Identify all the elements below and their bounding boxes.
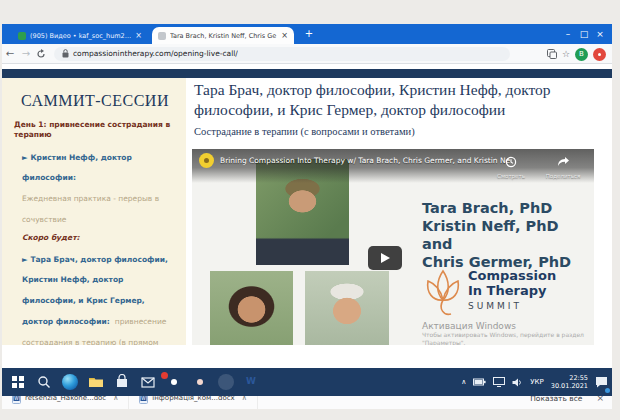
svg-text:W: W <box>14 396 19 401</box>
action-center-icon[interactable] <box>595 373 608 392</box>
toolbar-right: ☆ B <box>547 44 606 64</box>
mail-icon[interactable] <box>140 374 156 390</box>
watermark-line: "Параметры". <box>422 339 584 345</box>
logo-line: Compassion <box>468 269 556 284</box>
share-button[interactable]: Поделиться <box>538 153 588 179</box>
chrome-icon[interactable] <box>218 374 234 390</box>
bookmark-star-icon[interactable]: ☆ <box>562 49 570 59</box>
address-bar[interactable]: compassionintherapy.com/opening-live-cal… <box>54 47 510 61</box>
maximize-button[interactable]: □ <box>576 24 592 44</box>
notification-glyph <box>595 376 608 388</box>
svg-text:W: W <box>142 396 147 401</box>
session-speaker[interactable]: ► Тара Брач, доктор философии, Кристин Н… <box>22 255 168 326</box>
desktop-screen: (905) Видео • kaf_soc_hum2136 × Tara Bra… <box>0 0 620 420</box>
edge-icon[interactable] <box>62 374 78 390</box>
microsoft-store-icon[interactable] <box>114 374 130 390</box>
reload-icon[interactable] <box>36 49 46 59</box>
window-controls: – □ × <box>560 24 608 44</box>
page-title: Тара Брач, доктор философии, Кристин Неф… <box>194 80 598 120</box>
chris-germer-photo <box>305 271 389 345</box>
watermark-line: Чтобы активировать Windows, перейдите в … <box>422 331 584 339</box>
hidden-icons-chevron[interactable]: ∧ <box>461 378 466 386</box>
sidebar-title: САММИТ-СЕССИИ <box>14 92 176 110</box>
session-topic: Ежедневная практика - перерыв в сочувств… <box>22 194 159 224</box>
compassion-in-therapy-logo: Compassion In Therapy SUMMIT <box>468 269 556 311</box>
speaker-name: Tara Brach, PhD <box>422 199 594 217</box>
browser-window: (905) Видео • kaf_soc_hum2136 × Tara Bra… <box>2 24 612 368</box>
tab-title: (905) Видео • kaf_soc_hum2136 <box>30 32 131 40</box>
notification-badge <box>605 388 610 393</box>
summit-sessions-sidebar: САММИТ-СЕССИИ День 1: привнесение состра… <box>2 78 186 345</box>
sidebar-session-link[interactable]: ► Кристин Нефф, доктор философии: Ежедне… <box>22 145 176 228</box>
battery-icon[interactable] <box>473 378 486 386</box>
tray-date: 30.01.2021 <box>551 382 588 390</box>
browser-toolbar: ← → compassionintherapy.com/opening-live… <box>2 44 612 64</box>
speaker-icon[interactable] <box>512 378 523 387</box>
share-label: Поделиться <box>538 173 588 179</box>
tray-time: 22:55 <box>569 374 588 382</box>
youtube-player[interactable]: Tara Brach, PhD Kristin Neff, PhD and Ch… <box>192 149 594 345</box>
main-content: Тара Брач, доктор философии, Кристин Неф… <box>186 78 604 345</box>
sidebar-session-link[interactable]: ► Тара Брач, доктор философии, Кристин Н… <box>22 247 176 345</box>
watch-later-button[interactable]: Смотреть <box>486 153 536 179</box>
page-content: САММИТ-СЕССИИ День 1: привнесение состра… <box>2 78 604 345</box>
browser-menu-alert-icon[interactable] <box>593 48 606 61</box>
windows-taskbar: ∧ УКР 22:55 30.01.2021 <box>2 368 612 396</box>
speaker-name: Kristin Neff, PhD and <box>422 217 594 253</box>
share-arrow-icon <box>556 156 570 168</box>
kristin-neff-photo <box>210 271 293 345</box>
minimize-button[interactable]: – <box>560 24 576 44</box>
channel-avatar[interactable] <box>199 153 214 168</box>
video-top-bar: Brining Compassion Into Therapy w/ Tara … <box>192 149 594 183</box>
tab-favicon <box>18 32 26 40</box>
sidebar-day1-header[interactable]: День 1: привнесение сострадания в терапи… <box>14 120 176 140</box>
site-header-bar <box>2 69 612 78</box>
windows-activation-watermark: Активация Windows Чтобы активировать Win… <box>422 321 584 345</box>
play-button[interactable] <box>368 246 402 270</box>
display-icon[interactable] <box>493 377 505 387</box>
watermark-title: Активация Windows <box>422 321 584 331</box>
search-icon[interactable] <box>36 374 52 390</box>
forward-icon[interactable]: → <box>18 48 34 59</box>
watch-later-label: Смотреть <box>486 173 536 179</box>
back-icon[interactable]: ← <box>2 48 18 59</box>
session-speaker[interactable]: ► Кристин Нефф, доктор философии: <box>22 153 132 183</box>
new-tab-button[interactable]: + <box>302 27 316 41</box>
logo-line: In Therapy <box>468 284 556 299</box>
tab-video-mail[interactable]: (905) Видео • kaf_soc_hum2136 × <box>12 27 148 44</box>
system-tray: ∧ УКР 22:55 30.01.2021 <box>461 368 612 396</box>
profile-avatar[interactable]: B <box>575 48 588 61</box>
taskbar-clock[interactable]: 22:55 30.01.2021 <box>551 374 588 391</box>
browser-titlebar: (905) Видео • kaf_soc_hum2136 × Tara Bra… <box>2 24 612 44</box>
file-explorer-icon[interactable] <box>88 374 104 390</box>
video-title[interactable]: Brining Compassion Into Therapy w/ Tara … <box>220 156 510 165</box>
page-subtitle: Сострадание в терапии (с вопросами и отв… <box>194 126 415 137</box>
logo-line: SUMMIT <box>468 301 556 311</box>
tab-favicon <box>158 32 166 40</box>
url-text: compassionintherapy.com/opening-live-cal… <box>73 49 238 58</box>
translate-icon[interactable] <box>547 49 557 59</box>
coming-soon-note: Скоро будет: <box>22 233 176 242</box>
tab-tara-brach[interactable]: Tara Brach, Kristin Neff, Chris Ge × <box>152 27 294 44</box>
tab-close-icon[interactable]: × <box>281 31 288 40</box>
lock-icon <box>62 49 69 58</box>
tab-title: Tara Brach, Kristin Neff, Chris Ge <box>170 32 277 40</box>
clock-icon <box>505 156 517 168</box>
video-speaker-names: Tara Brach, PhD Kristin Neff, PhD and Ch… <box>422 199 594 272</box>
web-page: САММИТ-СЕССИИ День 1: привнесение состра… <box>2 65 612 345</box>
tab-close-icon[interactable]: × <box>135 31 142 40</box>
language-indicator[interactable]: УКР <box>530 378 543 386</box>
close-button[interactable]: × <box>592 24 608 44</box>
lotus-logo-icon <box>420 267 466 319</box>
